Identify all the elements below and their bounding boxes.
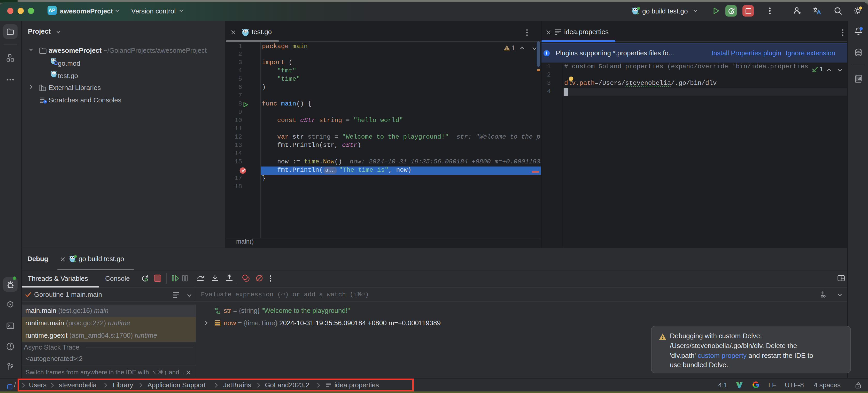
svg-text:01: 01 xyxy=(216,311,220,314)
